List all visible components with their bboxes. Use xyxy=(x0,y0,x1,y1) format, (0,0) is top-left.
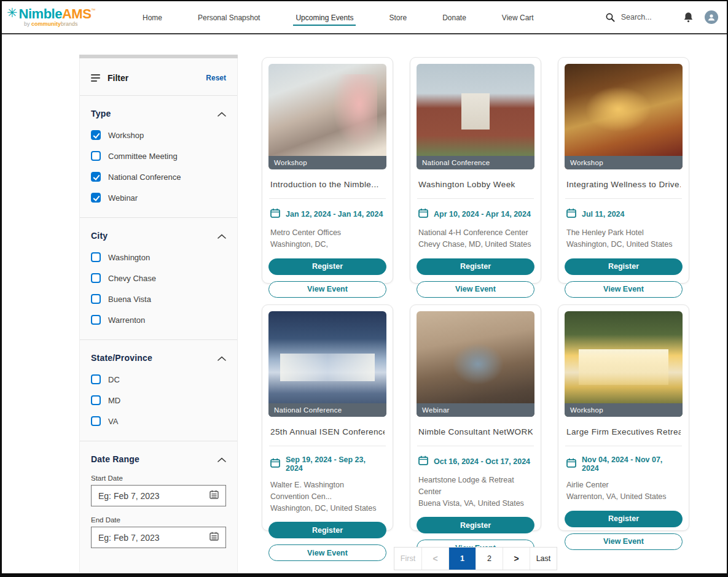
checkbox-box[interactable] xyxy=(91,416,101,426)
event-card: Workshop Large Firm Executives Retreat N… xyxy=(558,304,689,531)
checkbox-box[interactable] xyxy=(91,273,101,283)
divider xyxy=(565,446,682,446)
view-event-button[interactable]: View Event xyxy=(417,281,534,298)
chevron-up-icon[interactable] xyxy=(217,230,226,241)
chevron-up-icon[interactable] xyxy=(217,454,226,465)
calendar-icon xyxy=(270,458,280,470)
filter-title: Filter xyxy=(108,73,128,83)
checkbox-box[interactable] xyxy=(91,151,101,161)
checkbox-box[interactable] xyxy=(91,374,101,384)
nimble-ams-logo[interactable]: ✳ Nimble AMS ™ by communitybrands xyxy=(7,7,99,27)
event-location: Airlie Center Warrenton, VA, United Stat… xyxy=(566,479,681,503)
chevron-up-icon[interactable] xyxy=(217,352,226,363)
view-event-button[interactable]: View Event xyxy=(565,281,683,298)
reset-filters-button[interactable]: Reset xyxy=(206,74,226,82)
event-title[interactable]: Washington Lobby Week xyxy=(418,180,533,189)
type-section-header[interactable]: Type xyxy=(91,108,226,119)
event-title[interactable]: 25th Annual ISEN Conference xyxy=(270,427,385,436)
starburst-icon: ✳ xyxy=(7,7,18,19)
pagination-page-2[interactable]: 2 xyxy=(476,548,503,570)
divider xyxy=(417,446,534,446)
pagination-page-1[interactable]: 1 xyxy=(448,548,476,570)
calendar-icon xyxy=(566,208,576,220)
register-button[interactable]: Register xyxy=(268,258,386,275)
end-date-label: End Date xyxy=(91,516,226,524)
view-event-button[interactable]: View Event xyxy=(268,544,386,561)
checkbox-dc[interactable]: DC xyxy=(91,374,226,384)
state-section-title: State/Province xyxy=(91,353,152,363)
checkbox-workshop[interactable]: Workshop xyxy=(91,130,226,140)
event-title[interactable]: Nimble Consultant NetWORKS... xyxy=(418,427,533,436)
checkbox-box[interactable] xyxy=(91,252,101,262)
pagination-next-icon[interactable]: > xyxy=(503,548,530,570)
event-card: Webinar Nimble Consultant NetWORKS... Oc… xyxy=(410,304,541,531)
start-date-input[interactable]: Eg: Feb 7, 2023 xyxy=(91,485,226,506)
checkbox-box[interactable] xyxy=(91,395,101,405)
pagination-first-button[interactable]: First xyxy=(394,548,421,570)
event-title[interactable]: Introduction to the Nimble... xyxy=(270,180,385,189)
event-dates: Jan 12, 2024 - Jan 14, 2024 xyxy=(286,210,383,219)
header-actions xyxy=(683,10,718,24)
checkbox-box[interactable] xyxy=(91,315,101,325)
checkbox-committee-meeting[interactable]: Committee Meeting xyxy=(91,151,226,161)
checkbox-box[interactable] xyxy=(91,130,101,140)
register-button[interactable]: Register xyxy=(565,511,683,527)
nav-item-upcoming-events[interactable]: Upcoming Events xyxy=(296,2,353,33)
checkbox-va[interactable]: VA xyxy=(91,416,226,426)
user-avatar-icon[interactable] xyxy=(705,10,718,24)
checkbox-box[interactable] xyxy=(91,172,101,182)
event-city: Buena Vista, VA, United States xyxy=(418,498,533,509)
event-venue: Airlie Center xyxy=(566,479,681,491)
end-date-input[interactable]: Eg: Feb 7, 2023 xyxy=(91,527,226,548)
nav-item-personal-snapshot[interactable]: Personal Snapshot xyxy=(198,2,260,33)
search-input[interactable]: Search... xyxy=(606,13,652,22)
checkbox-md[interactable]: MD xyxy=(91,395,226,405)
register-button[interactable]: Register xyxy=(268,522,386,538)
calendar-icon[interactable] xyxy=(209,490,219,501)
event-venue: National 4-H Conference Center xyxy=(418,227,533,239)
checkbox-buena-vista[interactable]: Buena Vista xyxy=(91,294,226,304)
view-event-button[interactable]: View Event xyxy=(268,281,386,298)
state-section-header[interactable]: State/Province xyxy=(91,352,226,363)
pagination: First < 1 2 > Last xyxy=(394,547,557,570)
nav-item-store[interactable]: Store xyxy=(389,2,407,33)
event-photo: Workshop xyxy=(565,64,683,169)
register-button[interactable]: Register xyxy=(417,517,534,533)
date-range-section-header[interactable]: Date Range xyxy=(91,454,226,465)
event-title[interactable]: Large Firm Executives Retreat xyxy=(566,427,681,436)
type-section-title: Type xyxy=(91,109,111,118)
divider xyxy=(565,198,682,199)
filter-section-state: State/Province DC MD VA xyxy=(90,340,227,441)
event-dates: Jul 11, 2024 xyxy=(582,210,625,219)
filter-header: Filter Reset xyxy=(90,58,227,95)
calendar-icon[interactable] xyxy=(209,532,219,543)
filter-icon xyxy=(91,74,100,82)
event-title[interactable]: Integrating Wellness to Drive... xyxy=(566,180,681,189)
event-type-badge: Webinar xyxy=(417,403,534,417)
checkbox-national-conference[interactable]: National Conference xyxy=(91,172,226,182)
checkbox-warrenton[interactable]: Warrenton xyxy=(91,315,226,325)
checkbox-box[interactable] xyxy=(91,193,101,203)
notification-bell-icon[interactable] xyxy=(683,12,694,23)
pagination-prev-icon[interactable]: < xyxy=(421,548,448,570)
register-button[interactable]: Register xyxy=(565,258,683,275)
nav-item-home[interactable]: Home xyxy=(143,2,162,33)
checkbox-box[interactable] xyxy=(91,294,101,304)
end-date-placeholder: Eg: Feb 7, 2023 xyxy=(98,533,209,543)
pagination-last-button[interactable]: Last xyxy=(530,548,557,570)
event-type-badge: Workshop xyxy=(565,403,683,417)
checkbox-chevy-chase[interactable]: Chevy Chase xyxy=(91,273,226,283)
nav-item-donate[interactable]: Donate xyxy=(442,2,466,33)
register-button[interactable]: Register xyxy=(417,258,534,275)
chevron-up-icon[interactable] xyxy=(217,108,226,119)
nav-item-view-cart[interactable]: View Cart xyxy=(502,2,534,33)
view-event-button[interactable]: View Event xyxy=(565,533,683,550)
filter-section-date-range: Date Range Start Date Eg: Feb 7, 2023 En… xyxy=(90,441,227,563)
page: ✳ Nimble AMS ™ by communitybrands Home P… xyxy=(0,0,728,577)
event-location: Heartstone Lodge & Retreat Center Buena … xyxy=(418,474,533,509)
checkbox-washington[interactable]: Washington xyxy=(91,252,226,262)
checkbox-webinar[interactable]: Webinar xyxy=(91,193,226,203)
logo-byline: by communitybrands xyxy=(24,21,99,27)
event-photo: National Conference xyxy=(268,311,386,417)
city-section-header[interactable]: City xyxy=(91,230,226,241)
